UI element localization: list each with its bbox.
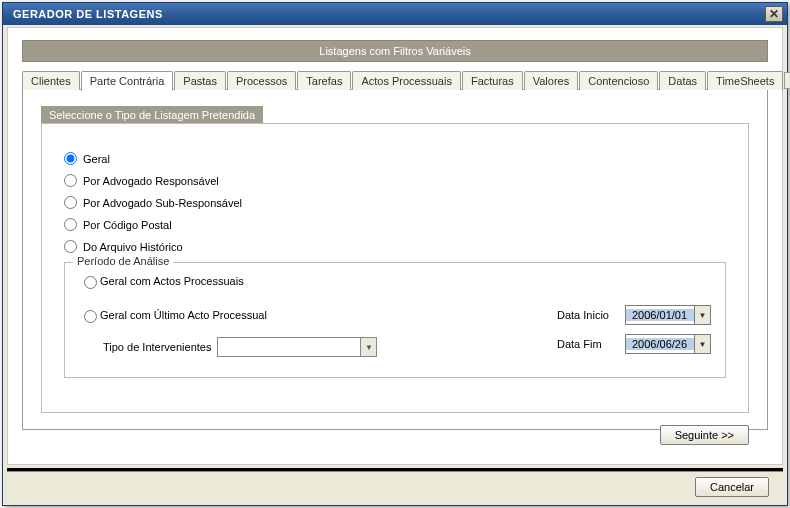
radio-codigo-postal-input[interactable] [64,218,77,231]
tab-processos[interactable]: Processos [227,71,296,90]
period-legend: Período de Análise [73,255,173,267]
section-title: Seleccione o Tipo de Listagem Pretendida [41,106,263,124]
radio-geral-input[interactable] [64,152,77,165]
tipo-intervenientes-dropdown[interactable]: ▼ [360,338,376,356]
radio-arquivo-historico-input[interactable] [64,240,77,253]
period-group: Período de Análise Geral com Actos Proce… [64,262,726,378]
data-fim-input[interactable]: 2006/06/26 ▼ [625,334,711,354]
content-area: Listagens com Filtros Variáveis Clientes… [7,27,783,465]
tab-parte-contraria[interactable]: Parte Contrária [81,71,174,91]
next-button-row: Seguinte >> [41,425,749,445]
radio-geral-actos[interactable]: Geral com Actos Processuais [79,273,711,289]
window-title: GERADOR DE LISTAGENS [13,8,163,20]
tabstrip: Clientes Parte Contrária Pastas Processo… [22,70,768,90]
tab-timesheets[interactable]: TimeSheets [707,71,783,90]
data-inicio-value: 2006/01/01 [626,309,694,321]
radio-geral-ultimo[interactable]: Geral com Último Acto Processual [79,307,267,323]
tipo-intervenientes-row: Tipo de Intervenientes ▼ [103,337,377,357]
bottom-bar: Cancelar [7,471,783,501]
radio-adv-resp[interactable]: Por Advogado Responsável [64,174,726,187]
data-inicio-field: Data Inicio 2006/01/01 ▼ [557,305,711,325]
main-window: GERADOR DE LISTAGENS ✕ Listagens com Fil… [2,2,788,506]
subtitle-bar: Listagens com Filtros Variáveis [22,40,768,62]
radio-geral-actos-input[interactable] [84,276,97,289]
radio-codigo-postal-label: Por Código Postal [83,219,172,231]
radio-arquivo-historico[interactable]: Do Arquivo Histórico [64,240,726,253]
radio-geral-ultimo-label: Geral com Último Acto Processual [100,309,267,321]
radio-adv-subresp-input[interactable] [64,196,77,209]
tab-facturas[interactable]: Facturas [462,71,523,90]
radio-geral-actos-label: Geral com Actos Processuais [100,275,244,287]
data-fim-field: Data Fim 2006/06/26 ▼ [557,334,711,354]
data-inicio-input[interactable]: 2006/01/01 ▼ [625,305,711,325]
tab-scroll: ◄ ► [784,72,790,89]
cancel-button[interactable]: Cancelar [695,477,769,497]
radio-adv-resp-label: Por Advogado Responsável [83,175,219,187]
tab-valores[interactable]: Valores [524,71,578,90]
chevron-down-icon: ▼ [699,340,707,349]
radio-adv-subresp-label: Por Advogado Sub-Responsável [83,197,242,209]
radio-adv-resp-input[interactable] [64,174,77,187]
data-inicio-dropdown[interactable]: ▼ [694,306,710,324]
data-fim-value: 2006/06/26 [626,338,694,350]
chevron-down-icon: ▼ [699,311,707,320]
tab-actos-processuais[interactable]: Actos Processuais [352,71,460,90]
next-button[interactable]: Seguinte >> [660,425,749,445]
data-fim-label: Data Fim [557,338,619,350]
tab-datas[interactable]: Datas [659,71,706,90]
radio-arquivo-historico-label: Do Arquivo Histórico [83,241,183,253]
tab-contencioso[interactable]: Contencioso [579,71,658,90]
tipo-intervenientes-combo[interactable]: ▼ [217,337,377,357]
close-icon: ✕ [769,8,780,20]
titlebar: GERADOR DE LISTAGENS ✕ [3,3,787,25]
radio-geral-label: Geral [83,153,110,165]
tab-body: Seleccione o Tipo de Listagem Pretendida… [22,90,768,430]
tab-pastas[interactable]: Pastas [174,71,226,90]
radio-adv-subresp[interactable]: Por Advogado Sub-Responsável [64,196,726,209]
data-inicio-label: Data Inicio [557,309,619,321]
tab-clientes[interactable]: Clientes [22,71,80,90]
tipo-intervenientes-label: Tipo de Intervenientes [103,341,211,353]
close-button[interactable]: ✕ [765,6,783,22]
listing-type-box: Geral Por Advogado Responsável Por Advog… [41,123,749,413]
data-fim-dropdown[interactable]: ▼ [694,335,710,353]
tab-tarefas[interactable]: Tarefas [297,71,351,90]
chevron-down-icon: ▼ [365,343,373,352]
radio-geral-ultimo-input[interactable] [84,310,97,323]
radio-codigo-postal[interactable]: Por Código Postal [64,218,726,231]
tab-scroll-left[interactable]: ◄ [784,72,790,89]
radio-geral[interactable]: Geral [64,152,726,165]
